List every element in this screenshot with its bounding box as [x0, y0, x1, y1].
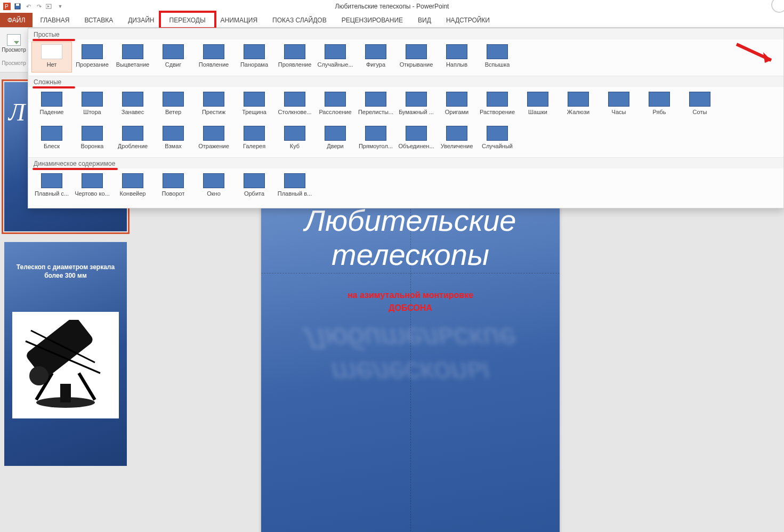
- transition-icon: [122, 173, 143, 188]
- transition-label: Рябь: [653, 109, 666, 115]
- preview-icon[interactable]: [7, 34, 21, 46]
- thumbnail-1-text: Л: [9, 98, 25, 126]
- tab-review[interactable]: РЕЦЕНЗИРОВАНИЕ: [334, 13, 410, 27]
- transition-icon: [406, 92, 427, 107]
- tab-slideshow[interactable]: ПОКАЗ СЛАЙДОВ: [265, 13, 334, 27]
- transition--[interactable]: Престиж: [193, 89, 234, 120]
- transition--[interactable]: Столкнове...: [274, 89, 315, 120]
- current-slide[interactable]: Любительскиетелескопы на азимутальной мо…: [261, 182, 560, 532]
- transition--[interactable]: Случайный: [477, 123, 518, 154]
- preview-label: Просмотр: [2, 47, 26, 53]
- transition-icon: [325, 92, 346, 107]
- transition--[interactable]: Воронка: [72, 123, 112, 154]
- transition--[interactable]: Поворот: [153, 171, 193, 201]
- transition--[interactable]: Взмах: [153, 123, 193, 154]
- window-title: Любительские телескопы - PowerPoint: [0, 3, 784, 10]
- transition--[interactable]: Расслоение: [315, 89, 355, 120]
- transition-icon: [284, 44, 305, 59]
- tab-addins[interactable]: НАДСТРОЙКИ: [439, 13, 497, 27]
- save-icon[interactable]: [14, 3, 21, 10]
- transition--[interactable]: Прямоугол...: [355, 123, 396, 154]
- transition--[interactable]: Жалюзи: [558, 89, 599, 120]
- transition--[interactable]: Занавес: [112, 89, 153, 120]
- thumbnail-2-image: [12, 312, 119, 418]
- gallery-group-simple: Простые: [28, 28, 783, 39]
- transition--[interactable]: Панорама: [234, 42, 274, 72]
- transition-label: Расслоение: [319, 109, 351, 115]
- slide-thumbnail-2[interactable]: Телескоп с диаметром зеркала более 300 м…: [4, 242, 127, 466]
- transition-label: Столкнове...: [278, 109, 311, 115]
- transition--[interactable]: Отражение: [193, 123, 234, 154]
- transition-icon: [325, 126, 346, 141]
- transition--[interactable]: Выцветание: [112, 42, 153, 72]
- gallery-row-complex-2: БлескВоронкаДроблениеВзмахОтражениеГалер…: [28, 123, 783, 157]
- transition--[interactable]: Фигура: [355, 42, 396, 72]
- transition--[interactable]: Прорезание: [72, 42, 112, 72]
- transition--[interactable]: Растворение: [477, 89, 518, 120]
- transition--[interactable]: Сдвиг: [153, 42, 193, 72]
- transition-icon: [82, 92, 103, 107]
- transition--[interactable]: Плавный в...: [274, 171, 315, 201]
- telescope-icon: [20, 320, 111, 410]
- transition--[interactable]: Блеск: [31, 123, 72, 154]
- tab-design[interactable]: ДИЗАЙН: [120, 13, 161, 27]
- tab-view[interactable]: ВИД: [410, 13, 439, 27]
- transition--[interactable]: Конвейер: [112, 171, 153, 201]
- transition--[interactable]: Орбита: [234, 171, 274, 201]
- tab-file[interactable]: ФАЙЛ: [0, 13, 33, 27]
- transition--[interactable]: Двери: [315, 123, 355, 154]
- transition--[interactable]: Куб: [274, 123, 315, 154]
- preview-group-label: Просмотр: [2, 60, 26, 66]
- transition-icon: [608, 92, 629, 107]
- gallery-row-simple: НетПрорезаниеВыцветаниеСдвигПоявлениеПан…: [28, 39, 783, 76]
- transition--[interactable]: Чертово ко...: [72, 171, 112, 201]
- transition--[interactable]: Шашки: [518, 89, 558, 120]
- transition--[interactable]: Плавный с...: [31, 171, 72, 201]
- gallery-row-complex-1: ПадениеШторaЗанавесВетерПрестижТрещинаСт…: [28, 87, 783, 123]
- ribbon-tabs: ФАЙЛ ГЛАВНАЯ ВСТАВКА ДИЗАЙН ПЕРЕХОДЫ АНИ…: [0, 13, 784, 28]
- transition-icon: [365, 126, 386, 141]
- transition--[interactable]: Нет: [31, 42, 72, 72]
- transition-label: Ветер: [165, 109, 181, 115]
- transition--[interactable]: Объединен...: [396, 123, 437, 154]
- transition--[interactable]: Окно: [193, 171, 234, 201]
- transition-icon: [284, 173, 305, 188]
- transition--[interactable]: Галерея: [234, 123, 274, 154]
- transition--[interactable]: Часы: [599, 89, 639, 120]
- tab-transitions[interactable]: ПЕРЕХОДЫ: [162, 13, 213, 27]
- transition--[interactable]: Перелисты...: [355, 89, 396, 120]
- transition--[interactable]: Трещина: [234, 89, 274, 120]
- transition-label: Занавес: [122, 109, 144, 115]
- undo-icon[interactable]: ↶: [25, 3, 32, 10]
- transition-label: Орбита: [244, 190, 264, 197]
- slide-subtitle: на азимутальной монтировкеДОБСОНА: [261, 289, 560, 315]
- transition-icon: [122, 92, 143, 107]
- transition-icon: [163, 92, 184, 107]
- transition--[interactable]: Появление: [193, 42, 234, 72]
- transition-icon: [82, 173, 103, 188]
- transition-icon: [244, 126, 265, 141]
- tab-animation[interactable]: АНИМАЦИЯ: [213, 13, 265, 27]
- transition--[interactable]: Открывание: [396, 42, 437, 72]
- transition-label: Объединен...: [398, 143, 434, 149]
- transition--[interactable]: Соты: [680, 89, 720, 120]
- transition--[interactable]: Ветер: [153, 89, 193, 120]
- transition--[interactable]: Падение: [31, 89, 72, 120]
- transition--[interactable]: Бумажный ...: [396, 89, 437, 120]
- transition-icon: [163, 44, 184, 59]
- transition--[interactable]: Наплыв: [437, 42, 477, 72]
- transition--[interactable]: Рябь: [639, 89, 680, 120]
- qat-dropdown-icon[interactable]: ▼: [56, 3, 64, 10]
- transition--[interactable]: Проявление: [274, 42, 315, 72]
- tab-home[interactable]: ГЛАВНАЯ: [33, 13, 77, 27]
- transition--[interactable]: Случайные...: [315, 42, 355, 72]
- tab-insert[interactable]: ВСТАВКА: [77, 13, 120, 27]
- start-from-beginning-icon[interactable]: [46, 3, 53, 10]
- transition--[interactable]: Дробление: [112, 123, 153, 154]
- redo-icon[interactable]: ↷: [35, 3, 43, 10]
- transition--[interactable]: Увеличение: [437, 123, 477, 154]
- transition--[interactable]: Оригами: [437, 89, 477, 120]
- transition--a[interactable]: Шторa: [72, 89, 112, 120]
- transition-label: Часы: [612, 109, 626, 115]
- transition--[interactable]: Вспышка: [477, 42, 518, 72]
